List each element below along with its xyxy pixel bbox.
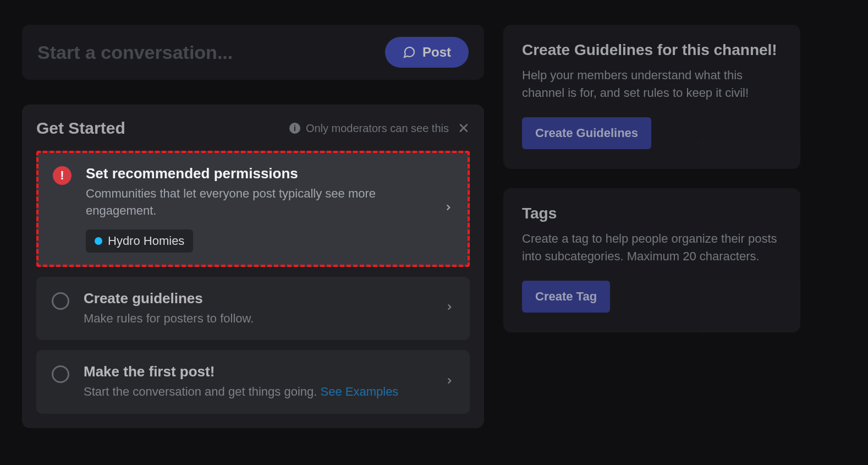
post-button[interactable]: Post bbox=[385, 37, 469, 68]
get-started-title: Get Started bbox=[36, 119, 125, 138]
setup-step-permissions[interactable]: ! Set recommended permissions Communitie… bbox=[36, 151, 470, 267]
alert-icon: ! bbox=[53, 166, 72, 185]
tags-panel-desc: Create a tag to help people organize the… bbox=[522, 230, 782, 265]
guidelines-panel: Create Guidelines for this channel! Help… bbox=[503, 25, 800, 169]
step-desc: Make rules for posters to follow. bbox=[84, 310, 425, 327]
info-icon: i bbox=[289, 123, 300, 134]
tags-panel: Tags Create a tag to help people organiz… bbox=[503, 188, 800, 332]
create-guidelines-button[interactable]: Create Guidelines bbox=[522, 117, 651, 149]
step-desc: Start the conversation and get things go… bbox=[84, 384, 425, 401]
chevron-right-icon bbox=[443, 201, 453, 216]
role-color-dot bbox=[95, 237, 102, 245]
setup-step-guidelines[interactable]: Create guidelines Make rules for posters… bbox=[36, 277, 470, 341]
setup-step-first-post[interactable]: Make the first post! Start the conversat… bbox=[36, 350, 470, 414]
step-title: Create guidelines bbox=[84, 290, 425, 307]
unchecked-ring-icon bbox=[52, 365, 69, 383]
unchecked-ring-icon bbox=[52, 292, 69, 310]
chevron-right-icon bbox=[444, 375, 454, 389]
chevron-right-icon bbox=[444, 301, 454, 315]
create-tag-button[interactable]: Create Tag bbox=[522, 281, 610, 313]
guidelines-panel-desc: Help your members understand what this c… bbox=[522, 67, 782, 102]
close-icon[interactable]: ✕ bbox=[458, 121, 470, 135]
tags-panel-title: Tags bbox=[522, 205, 782, 222]
step-desc: Communities that let everyone post typic… bbox=[86, 185, 424, 220]
step-desc-prefix: Start the conversation and get things go… bbox=[84, 385, 321, 398]
post-button-label: Post bbox=[422, 45, 451, 60]
step-title: Make the first post! bbox=[84, 363, 425, 380]
get-started-card: Get Started i Only moderators can see th… bbox=[22, 105, 484, 428]
guidelines-panel-title: Create Guidelines for this channel! bbox=[522, 41, 782, 59]
compose-bar[interactable]: Start a conversation... Post bbox=[22, 25, 484, 80]
compose-placeholder: Start a conversation... bbox=[37, 42, 233, 63]
role-chip-label: Hydro Homies bbox=[108, 234, 184, 248]
see-examples-link[interactable]: See Examples bbox=[321, 385, 399, 398]
moderator-note-text: Only moderators can see this bbox=[306, 122, 449, 135]
chat-bubble-icon bbox=[403, 46, 416, 59]
role-chip[interactable]: Hydro Homies bbox=[86, 229, 193, 253]
moderator-note: i Only moderators can see this bbox=[289, 122, 449, 135]
step-title: Set recommended permissions bbox=[86, 165, 424, 182]
